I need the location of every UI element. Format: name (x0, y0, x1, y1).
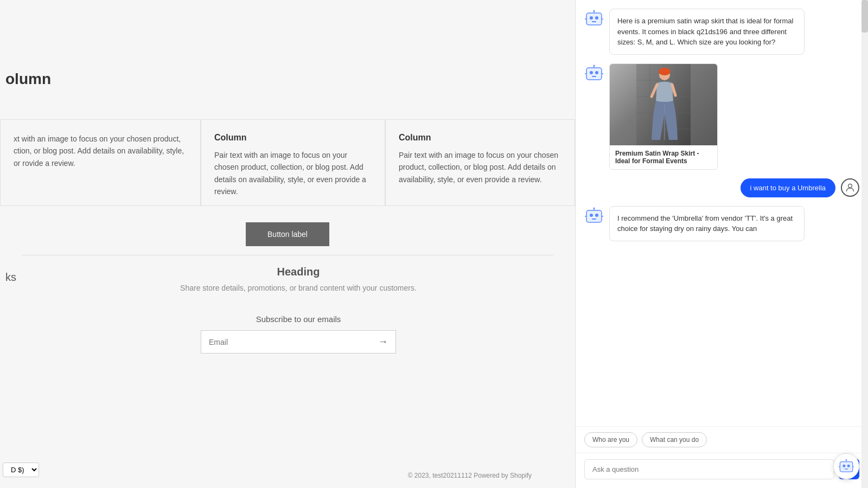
section-subtitle: Share store details, promotions, or bran… (108, 284, 488, 292)
heading-section: Heading Share store details, promotions,… (108, 266, 488, 292)
user-message-1: i want to buy a Umbrella (584, 178, 859, 197)
button-row: Button label (0, 222, 575, 246)
chatbot-float-button[interactable] (833, 453, 859, 479)
svg-point-1 (590, 16, 593, 20)
page-heading-partial: olumn (0, 70, 51, 88)
right-col-title: Column (399, 133, 561, 143)
bot-message-1: Here is a premium satin wrap skirt that … (584, 9, 859, 55)
button-label[interactable]: Button label (246, 222, 329, 246)
right-column: Column Pair text with an image to focus … (385, 119, 575, 206)
quick-suggestions: Who are you What can you do (576, 426, 868, 453)
scrollbar-track[interactable] (861, 0, 868, 488)
svg-rect-40 (845, 468, 848, 470)
svg-rect-8 (586, 68, 602, 80)
partial-ks: ks (0, 271, 16, 284)
middle-column: Column Pair text with an image to focus … (201, 119, 385, 206)
subscribe-title: Subscribe to our emails (108, 314, 488, 324)
bot-message-1-text: Here is a premium satin wrap skirt that … (617, 17, 793, 46)
svg-rect-29 (586, 210, 602, 222)
chat-messages[interactable]: Here is a premium satin wrap skirt that … (576, 0, 868, 426)
svg-point-42 (846, 459, 847, 461)
left-col-text: xt with an image to focus on your chosen… (14, 133, 187, 169)
main-content: olumn xt with an image to focus on your … (0, 0, 575, 488)
svg-point-30 (590, 214, 593, 217)
email-row: → (201, 330, 396, 354)
bot-bubble-3: I recommend the 'Umbrella' from vendor '… (609, 206, 805, 241)
svg-point-13 (593, 65, 595, 66)
scrollbar-thumb[interactable] (861, 0, 868, 33)
user-bubble-1: i want to buy a Umbrella (741, 178, 835, 197)
svg-rect-37 (840, 462, 852, 472)
footer-copyright: © 2023, test20211112 Powered by Shopify (408, 472, 532, 479)
bot-message-3-text: I recommend the 'Umbrella' from vendor '… (617, 214, 793, 233)
product-card-image (610, 64, 717, 145)
svg-point-25 (659, 68, 671, 75)
bot-avatar-2 (584, 63, 604, 83)
bot-message-2: Premium Satin Wrap Skirt - Ideal for For… (584, 63, 859, 170)
chat-input[interactable] (584, 459, 834, 479)
svg-rect-0 (586, 13, 602, 25)
currency-select[interactable]: D $) (3, 463, 39, 477)
suggestion-what-can-you-do[interactable]: What can you do (642, 432, 707, 447)
svg-rect-11 (592, 76, 596, 77)
chat-panel: Here is a premium satin wrap skirt that … (575, 0, 868, 488)
email-submit-arrow[interactable]: → (371, 331, 395, 353)
footer-select-row: D $) (0, 463, 39, 477)
bot-avatar-3 (584, 206, 604, 226)
svg-rect-3 (592, 21, 596, 22)
svg-point-2 (595, 16, 598, 20)
svg-point-10 (595, 71, 598, 74)
right-col-text: Pair text with an image to focus on your… (399, 149, 561, 185)
product-card-label: Premium Satin Wrap Skirt - Ideal for For… (610, 145, 717, 169)
left-partial-column: xt with an image to focus on your chosen… (0, 119, 201, 206)
bot-bubble-1: Here is a premium satin wrap skirt that … (609, 9, 805, 55)
user-avatar (841, 178, 859, 197)
bot-message-3: I recommend the 'Umbrella' from vendor '… (584, 206, 859, 241)
section-divider (22, 255, 553, 255)
svg-point-39 (847, 465, 850, 467)
middle-col-title: Column (214, 133, 372, 143)
svg-point-38 (843, 465, 845, 467)
middle-col-text: Pair text with an image to focus on your… (214, 149, 372, 198)
product-card[interactable]: Premium Satin Wrap Skirt - Ideal for For… (609, 63, 718, 170)
svg-point-5 (593, 10, 595, 12)
suggestion-who-are-you[interactable]: Who are you (584, 432, 637, 447)
svg-point-34 (593, 207, 595, 209)
chat-input-row (576, 453, 868, 488)
email-input[interactable] (201, 331, 371, 353)
section-heading: Heading (108, 266, 488, 278)
svg-point-28 (848, 184, 852, 188)
svg-point-9 (590, 71, 593, 74)
subscribe-section: Subscribe to our emails → (108, 314, 488, 354)
bot-avatar-1 (584, 9, 604, 28)
svg-rect-32 (592, 219, 596, 220)
svg-point-31 (595, 214, 598, 217)
